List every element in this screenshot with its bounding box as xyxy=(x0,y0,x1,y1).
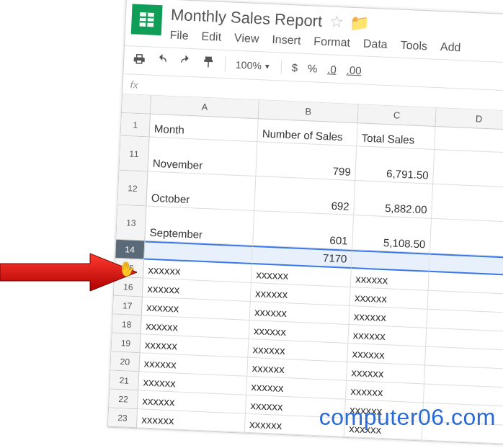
row-header[interactable]: 11 xyxy=(119,136,149,172)
decrease-decimal-button[interactable]: .0 xyxy=(327,63,337,76)
row-header[interactable]: 22 xyxy=(109,390,138,410)
cell[interactable]: Total Sales xyxy=(357,123,435,150)
row-header[interactable]: 12 xyxy=(117,171,148,207)
fx-label: fx xyxy=(130,79,138,90)
row-header[interactable]: 19 xyxy=(111,333,141,354)
chevron-down-icon: ▼ xyxy=(264,62,271,70)
row-header[interactable]: 23 xyxy=(108,408,138,429)
zoom-dropdown[interactable]: 100%▼ xyxy=(236,59,271,72)
row-header[interactable]: 20 xyxy=(110,352,140,372)
cell[interactable] xyxy=(433,150,503,188)
row-header[interactable]: 18 xyxy=(112,315,142,335)
menu-edit[interactable]: Edit xyxy=(201,30,221,44)
cell[interactable]: October xyxy=(146,172,256,211)
undo-icon[interactable] xyxy=(156,53,169,70)
cell[interactable]: 5,108.50 xyxy=(352,215,432,254)
menu-data[interactable]: Data xyxy=(363,37,388,50)
row-header[interactable]: 13 xyxy=(116,205,146,241)
row-header[interactable]: 17 xyxy=(113,296,143,316)
spreadsheet-window: Monthly Sales Report ☆ 📁 File Edit View … xyxy=(107,0,503,445)
cell[interactable]: 692 xyxy=(254,176,355,215)
cell[interactable]: September xyxy=(145,207,254,246)
cell[interactable]: 601 xyxy=(253,211,354,250)
menu-format[interactable]: Format xyxy=(313,35,350,49)
menu-file[interactable]: File xyxy=(169,29,189,42)
percent-button[interactable]: % xyxy=(308,62,318,75)
paint-format-icon[interactable] xyxy=(202,55,215,72)
menu-view[interactable]: View xyxy=(234,32,259,45)
cell[interactable]: 6,791.50 xyxy=(355,146,435,184)
increase-decimal-button[interactable]: .00 xyxy=(346,63,362,76)
menu-addons[interactable]: Add xyxy=(440,40,461,54)
currency-button[interactable]: $ xyxy=(291,61,298,73)
menu-insert[interactable]: Insert xyxy=(272,33,301,48)
cell[interactable]: 5,882.00 xyxy=(354,181,433,219)
svg-line-4 xyxy=(146,13,147,27)
watermark-text: computer06.com xyxy=(319,404,496,431)
sheets-logo-icon[interactable] xyxy=(131,4,163,35)
cell[interactable] xyxy=(432,184,503,223)
cell[interactable] xyxy=(430,219,503,257)
folder-icon[interactable]: 📁 xyxy=(350,14,370,33)
cell[interactable]: xxxxxx xyxy=(137,409,246,433)
grab-cursor-icon: ✋ xyxy=(117,259,138,279)
row-header[interactable]: 21 xyxy=(110,371,139,391)
star-icon[interactable]: ☆ xyxy=(329,12,344,32)
redo-icon[interactable] xyxy=(179,54,192,71)
spreadsheet-grid: A B C D 1 Month Number of Sales Total Sa… xyxy=(108,94,503,444)
menu-tools[interactable]: Tools xyxy=(400,39,427,53)
row-header[interactable]: 1 xyxy=(121,113,151,138)
print-icon[interactable] xyxy=(133,52,146,68)
cell[interactable]: November xyxy=(148,138,257,176)
svg-marker-0 xyxy=(0,254,137,291)
select-all-corner[interactable] xyxy=(122,94,151,115)
cell[interactable]: 799 xyxy=(256,142,357,181)
